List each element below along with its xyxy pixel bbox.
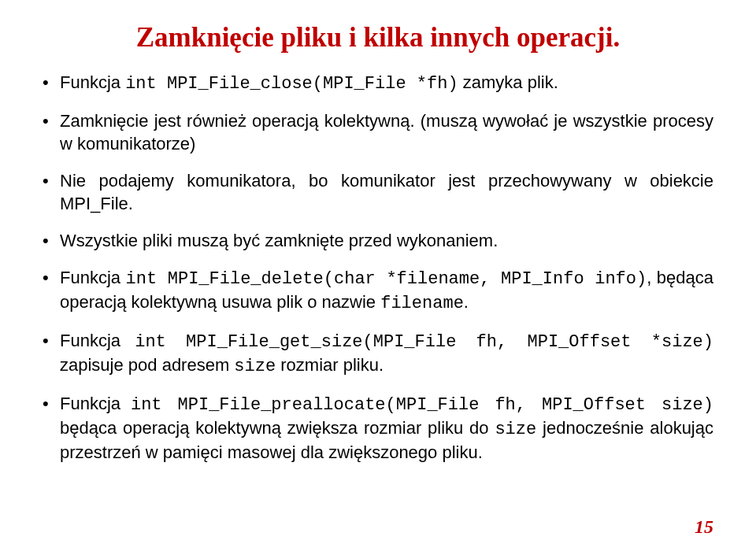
bullet-text: Funkcja [60,394,131,413]
bullet-text: Funkcja [60,72,125,92]
bullet-text: Funkcja [60,331,135,350]
bullet-text: będąca operacją kolektywną zwiększa rozm… [60,418,495,438]
bullet-item: Funkcja int MPI_File_delete(char *filena… [43,266,713,315]
bullet-text: zapisuje pod adresem [60,355,234,375]
code-span: int MPI_File_delete(char *filename, MPI_… [126,269,647,289]
code-span: size [234,357,276,376]
bullet-text: Funkcja [60,268,126,287]
bullet-text: rozmiar pliku. [276,355,384,375]
bullet-text: Nie podajemy komunikatora, bo komunikato… [60,171,713,213]
code-span: filename [380,294,464,313]
bullet-item: Funkcja int MPI_File_close(MPI_File *fh)… [43,71,713,95]
bullet-text: Wszystkie pliki muszą być zamknięte prze… [60,231,498,250]
bullet-item: Zamknięcie jest również operacją kolekty… [43,109,713,155]
bullet-item: Funkcja int MPI_File_preallocate(MPI_Fil… [43,392,713,464]
slide-title: Zamknięcie pliku i kilka innych operacji… [43,22,713,54]
slide-content: Zamknięcie pliku i kilka innych operacji… [0,0,756,555]
page-number: 15 [695,516,713,538]
bullet-text: . [464,292,469,312]
code-span: int MPI_File_preallocate(MPI_File fh, MP… [131,395,713,415]
bullet-item: Funkcja int MPI_File_get_size(MPI_File f… [43,329,713,378]
code-span: int MPI_File_get_size(MPI_File fh, MPI_O… [135,332,713,352]
bullet-text: Zamknięcie jest również operacją kolekty… [60,111,713,154]
bullet-item: Wszystkie pliki muszą być zamknięte prze… [43,229,713,252]
bullet-item: Nie podajemy komunikatora, bo komunikato… [43,169,713,215]
code-span: size [495,420,536,439]
bullet-text: zamyka plik. [458,72,558,92]
bullet-list: Funkcja int MPI_File_close(MPI_File *fh)… [43,71,713,464]
code-span: int MPI_File_close(MPI_File *fh) [125,74,458,94]
